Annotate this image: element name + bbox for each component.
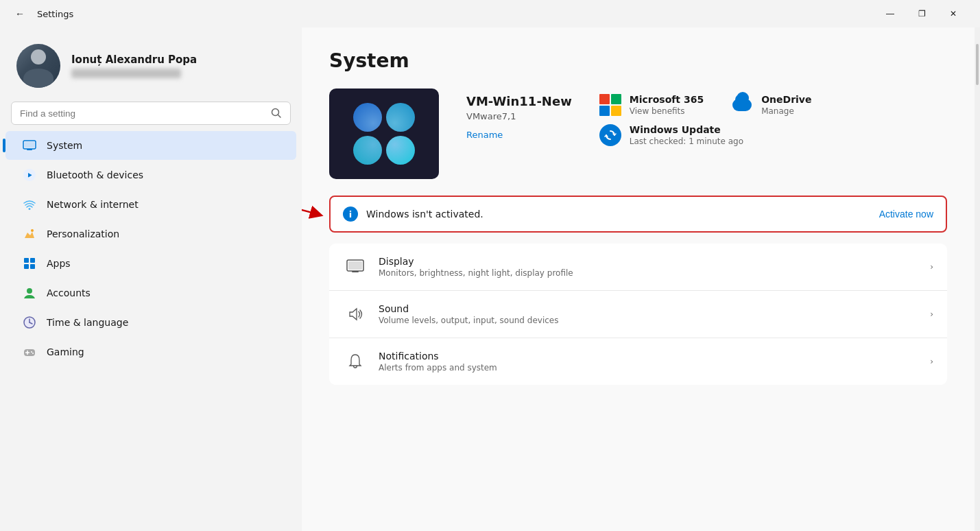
system-apps: Microsoft 365 View benefits OneDrive [599, 88, 812, 146]
display-text: Display Monitors, brightness, night ligh… [379, 256, 573, 278]
sidebar-item-system[interactable]: System [5, 131, 296, 160]
sidebar-item-network[interactable]: Network & internet [5, 190, 296, 219]
app-body: Ionuț Alexandru Popa [0, 27, 980, 531]
sidebar-label-gaming: Gaming [47, 346, 84, 357]
sidebar-item-accounts[interactable]: Accounts [5, 279, 296, 307]
user-name: Ionuț Alexandru Popa [71, 54, 197, 66]
onedrive-name: OneDrive [761, 94, 811, 105]
onedrive-info: OneDrive Manage [761, 94, 811, 116]
svg-point-20 [32, 353, 34, 354]
activation-message: Windows isn't activated. [366, 209, 483, 220]
system-details: VM-Win11-New VMware7,1 Rename [466, 88, 572, 140]
sidebar-label-bluetooth: Bluetooth & devices [47, 169, 143, 180]
system-vm: VMware7,1 [466, 111, 572, 121]
sidebar-label-personalization: Personalization [47, 228, 119, 239]
scrollbar-thumb[interactable] [976, 44, 979, 85]
svg-rect-22 [352, 271, 359, 272]
sidebar-nav: System Bluetooth & devices [0, 130, 302, 367]
svg-point-19 [31, 351, 32, 353]
window-controls: — ❐ ✕ [874, 3, 969, 25]
winupdate-sub: Last checked: 1 minute ago [630, 137, 743, 146]
app-title: Settings [37, 9, 73, 19]
sidebar-item-time[interactable]: Time & language [5, 308, 296, 337]
activate-now-button[interactable]: Activate now [879, 209, 933, 220]
titlebar: ← Settings — ❐ ✕ [0, 0, 980, 27]
user-email [71, 69, 181, 78]
svg-point-7 [31, 229, 34, 232]
ms365-yellow [611, 106, 621, 116]
notifications-title: Notifications [379, 351, 497, 362]
sidebar-item-personalization[interactable]: Personalization [5, 220, 296, 248]
svg-rect-23 [348, 261, 362, 270]
system-icon [22, 138, 37, 153]
rename-link[interactable]: Rename [466, 130, 572, 140]
settings-item-sound[interactable]: Sound Volume levels, output, input, soun… [329, 291, 947, 338]
settings-item-notifications[interactable]: Notifications Alerts from apps and syste… [329, 338, 947, 385]
annotation-arrow [302, 193, 337, 235]
svg-rect-10 [24, 264, 29, 269]
win11-petal-br [386, 136, 415, 165]
svg-rect-4 [25, 142, 34, 148]
system-thumbnail [329, 88, 439, 179]
content-wrapper: System VM-Win11-New VMware7,1 Renam [302, 27, 980, 531]
sidebar-label-apps: Apps [47, 258, 71, 269]
content-area: System VM-Win11-New VMware7,1 Renam [302, 27, 975, 531]
onedrive-icon [731, 94, 753, 116]
scrollbar-track[interactable] [975, 27, 980, 531]
search-box[interactable] [11, 102, 291, 125]
svg-rect-9 [30, 258, 35, 263]
ms365-blue [599, 106, 610, 116]
bluetooth-icon [22, 167, 37, 182]
search-input[interactable] [20, 108, 264, 119]
display-icon [343, 255, 368, 279]
system-info-card: VM-Win11-New VMware7,1 Rename [329, 88, 947, 179]
ms365-green [611, 94, 621, 104]
display-title: Display [379, 256, 573, 267]
svg-rect-11 [30, 264, 35, 269]
onedrive-item[interactable]: OneDrive Manage [731, 94, 811, 116]
display-chevron: › [930, 262, 933, 272]
titlebar-left: ← Settings [11, 5, 73, 22]
sound-title: Sound [379, 303, 558, 314]
apps-icon [22, 256, 37, 271]
sidebar-item-bluetooth[interactable]: Bluetooth & devices [5, 161, 296, 189]
sidebar-item-gaming[interactable]: Gaming [5, 338, 296, 366]
activation-banner: i Windows isn't activated. Activate now [329, 196, 947, 233]
accounts-icon [22, 285, 37, 300]
avatar-image [16, 44, 60, 88]
settings-item-display[interactable]: Display Monitors, brightness, night ligh… [329, 244, 947, 291]
onedrive-cloud [732, 99, 752, 111]
minimize-button[interactable]: — [874, 3, 906, 25]
svg-point-6 [29, 208, 31, 210]
win11-petal-tr [386, 103, 415, 132]
user-info: Ionuț Alexandru Popa [71, 54, 197, 78]
sidebar-item-apps[interactable]: Apps [5, 249, 296, 278]
sound-icon [343, 302, 368, 327]
time-icon [22, 315, 37, 330]
svg-point-12 [27, 288, 32, 294]
activation-left: i Windows isn't activated. [343, 206, 483, 222]
sound-left: Sound Volume levels, output, input, soun… [343, 302, 558, 327]
sidebar-label-system: System [47, 140, 82, 151]
winupdate-name: Windows Update [630, 124, 743, 135]
back-button[interactable]: ← [11, 5, 29, 22]
windows-update-item[interactable]: Windows Update Last checked: 1 minute ag… [599, 124, 812, 146]
windows-update-icon [599, 124, 621, 146]
sidebar-label-network: Network & internet [47, 199, 139, 210]
display-sub: Monitors, brightness, night light, displ… [379, 268, 573, 278]
ms365-icon [599, 94, 621, 116]
win11-logo [353, 103, 415, 165]
sidebar-label-accounts: Accounts [47, 287, 91, 298]
ms365-sub: View benefits [630, 106, 704, 116]
close-button[interactable]: ✕ [937, 3, 969, 25]
ms365-item[interactable]: Microsoft 365 View benefits [599, 94, 704, 116]
personalization-icon [22, 226, 37, 241]
settings-list: Display Monitors, brightness, night ligh… [329, 244, 947, 385]
sound-chevron: › [930, 309, 933, 319]
maximize-button[interactable]: ❐ [906, 3, 937, 25]
winupdate-info: Windows Update Last checked: 1 minute ag… [630, 124, 743, 146]
page-title: System [329, 49, 947, 72]
user-section[interactable]: Ionuț Alexandru Popa [0, 27, 302, 102]
notifications-icon [343, 349, 368, 374]
network-icon [22, 197, 37, 212]
